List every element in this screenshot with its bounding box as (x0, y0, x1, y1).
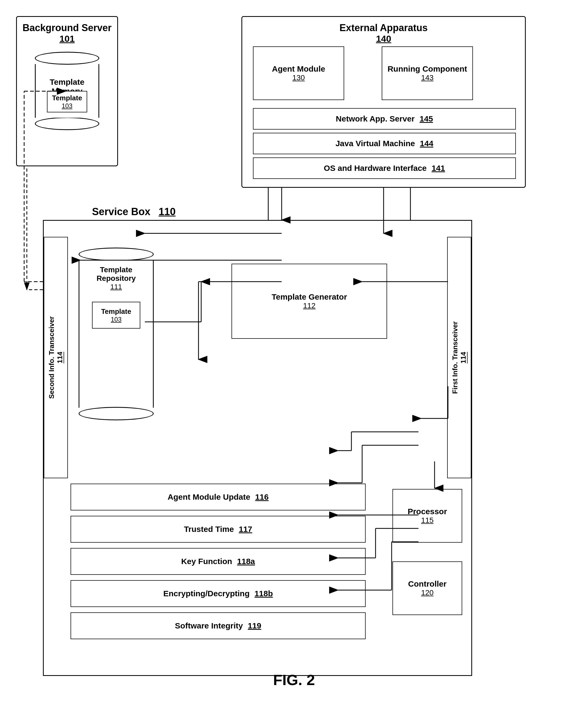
background-server-box: Background Server 101 Template Memory 10… (16, 16, 118, 166)
software-integrity-label: Software Integrity 119 (175, 621, 261, 630)
running-component-box: Running Component 143 (382, 46, 473, 100)
service-template-number: 103 (111, 316, 121, 323)
service-template-label: Template (101, 307, 131, 316)
template-generator-label: Template Generator (272, 292, 347, 302)
key-function-label: Key Function 118a (181, 557, 255, 566)
encrypting-label: Encrypting/Decrypting 118b (163, 589, 273, 598)
external-apparatus-box: External Apparatus 140 Agent Module 130 … (241, 16, 526, 188)
bg-template-label: Template (52, 94, 82, 102)
bg-template-number: 103 (62, 102, 72, 110)
template-repo-label: Template Repository (79, 265, 153, 283)
template-generator-box: Template Generator 112 (232, 264, 387, 339)
template-repository-area: Template Repository 111 Template 103 (78, 247, 154, 420)
running-component-label: Running Component (387, 64, 467, 73)
ext-apparatus-title: External Apparatus (242, 22, 525, 33)
running-component-number: 143 (421, 73, 434, 82)
bg-server-number: 101 (17, 33, 117, 44)
trusted-time-label: Trusted Time 117 (184, 525, 253, 534)
figure-caption: FIG. 2 (273, 671, 315, 689)
template-generator-number: 112 (303, 302, 316, 310)
controller-label: Controller (408, 579, 446, 589)
service-box-title: Service Box 110 (92, 206, 176, 217)
network-app-server-box: Network App. Server 145 (253, 108, 516, 129)
ext-apparatus-number: 140 (242, 33, 525, 44)
network-app-label: Network App. Server 145 (336, 114, 433, 123)
second-transceiver-label: Second Info. Transceiver 114 (47, 316, 64, 399)
software-integrity-box: Software Integrity 119 (71, 612, 366, 639)
service-template-box: Template 103 (92, 302, 140, 329)
controller-number: 120 (421, 589, 434, 597)
first-transceiver-label: First Info. Transceiver 114 (451, 321, 468, 394)
java-vm-label: Java Virtual Machine 144 (335, 139, 433, 148)
first-transceiver-box: First Info. Transceiver 114 (447, 237, 471, 478)
encrypting-box: Encrypting/Decrypting 118b (71, 580, 366, 607)
key-function-box: Key Function 118a (71, 548, 366, 575)
trusted-time-box: Trusted Time 117 (71, 516, 366, 543)
processor-label: Processor (408, 507, 447, 516)
controller-box: Controller 120 (393, 561, 462, 615)
bg-server-title: Background Server (17, 22, 117, 33)
service-box: Service Box 110 Second Info. Transceiver… (43, 220, 472, 676)
agent-module-label: Agent Module (272, 64, 325, 73)
processor-number: 115 (421, 516, 434, 525)
bg-server-template-box: Template 103 (47, 91, 87, 112)
agent-module-update-label: Agent Module Update 116 (168, 493, 269, 502)
agent-module-box: Agent Module 130 (253, 46, 344, 100)
os-hw-box: OS and Hardware Interface 141 (253, 158, 516, 179)
java-vm-box: Java Virtual Machine 144 (253, 133, 516, 154)
agent-module-number: 130 (292, 73, 305, 82)
processor-box: Processor 115 (393, 489, 462, 543)
agent-module-update-box: Agent Module Update 116 (71, 483, 366, 511)
second-transceiver-box: Second Info. Transceiver 114 (44, 237, 68, 478)
os-hw-label: OS and Hardware Interface 141 (324, 164, 445, 173)
template-repo-number: 111 (110, 283, 122, 291)
